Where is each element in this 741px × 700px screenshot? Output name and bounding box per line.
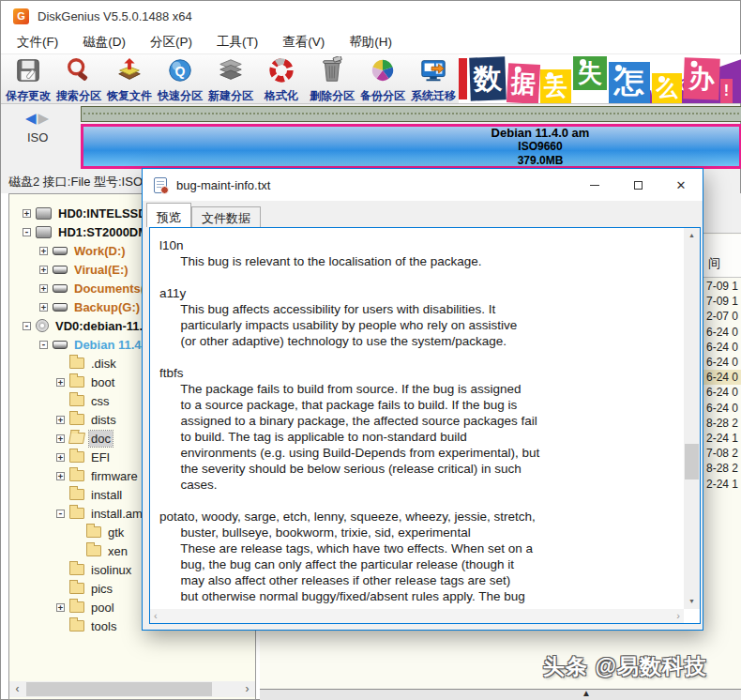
minimize-button[interactable]	[573, 169, 616, 201]
menu-item-0[interactable]: 文件(F)	[5, 31, 70, 53]
toolbar-button-1[interactable]: 搜索分区	[53, 56, 104, 103]
expand-icon[interactable]: +	[39, 247, 48, 255]
toolbar-button-label: 搜索分区	[56, 88, 101, 104]
tree-item-doc[interactable]: +doc	[56, 429, 113, 448]
toolbar-button-8[interactable]: 系统迁移	[408, 56, 459, 103]
tree-item-efi[interactable]: +EFI	[56, 448, 112, 466]
tree-item-debian-11-4-0[interactable]: -Debian 11.4.0	[39, 335, 153, 354]
expand-icon[interactable]: +	[56, 472, 65, 480]
toolbar-button-5[interactable]: 格式化	[256, 56, 307, 103]
svg-text:Q: Q	[175, 64, 186, 79]
toolbar-button-6[interactable]: 删除分区	[307, 56, 357, 103]
menu-bar: 文件(F)磁盘(D)分区(P)工具(T)查看(V)帮助(H)	[1, 31, 740, 53]
expand-icon[interactable]: +	[56, 378, 65, 387]
tree-item-vd0-debian-11-4[interactable]: -VD0:debian-11.4	[23, 316, 151, 335]
tree-item-boot[interactable]: +boot	[56, 373, 116, 391]
tree-item-virual-e-[interactable]: +Virual(E:)	[39, 260, 130, 279]
expand-icon[interactable]: +	[39, 303, 48, 312]
tree-item-pool[interactable]: +pool	[56, 598, 116, 616]
forward-arrow-icon[interactable]: ▶	[38, 110, 52, 126]
dialog-title-bar: bug-maint-info.txt ✕	[143, 169, 703, 201]
tag-hole	[615, 65, 622, 71]
tree-item-pics[interactable]: pics	[56, 579, 114, 598]
folder-icon	[69, 601, 84, 613]
tree-item-install-amd[interactable]: -install.amd	[56, 504, 151, 523]
maximize-button[interactable]	[616, 169, 659, 201]
collapse-icon[interactable]: -	[39, 341, 48, 349]
tab-file-data[interactable]: 文件数据	[191, 206, 261, 227]
scroll-right-icon[interactable]: ›	[676, 609, 680, 623]
bottom-scroll-strip[interactable]: ▲	[260, 690, 741, 700]
toolbar-button-0[interactable]: 保存更改	[3, 56, 53, 103]
toolbar-button-label: 格式化	[265, 88, 298, 104]
tree-item-label: EFI	[89, 449, 112, 465]
tree-item-css[interactable]: css	[56, 391, 112, 410]
preview-horizontal-scrollbar[interactable]: ‹ ›	[150, 609, 684, 623]
toolbar-button-7[interactable]: 备份分区	[357, 56, 408, 103]
tree-horizontal-scrollbar[interactable]: ‹ ›	[9, 681, 255, 697]
scroll-up-icon[interactable]: ▲	[684, 228, 700, 243]
tree-item-hd1-st2000dm0[interactable]: -HD1:ST2000DM0	[23, 222, 157, 241]
partition-icon	[53, 303, 68, 312]
expand-icon[interactable]: +	[56, 603, 65, 612]
tree-item-isolinux[interactable]: isolinux	[56, 560, 133, 579]
text-line: The package fails to build from source. …	[159, 381, 673, 397]
toolbar-button-3[interactable]: Q快速分区	[155, 56, 205, 103]
preview-vertical-scrollbar[interactable]: ▲ ▼	[684, 228, 700, 609]
scroll-left-icon[interactable]: ‹	[9, 681, 25, 697]
disk-overview-bar[interactable]	[81, 106, 741, 122]
tree-item-dists[interactable]: +dists	[56, 410, 118, 429]
expand-icon[interactable]: +	[39, 284, 48, 293]
banner-tag-7: !	[720, 79, 733, 103]
cd-icon	[36, 319, 49, 332]
tag-hole	[658, 76, 665, 83]
scroll-up-icon[interactable]: ▲	[582, 688, 591, 698]
tree-item-documents-f[interactable]: +Documents(F	[39, 279, 154, 297]
folder-icon	[69, 583, 84, 594]
tree-item-tools[interactable]: tools	[56, 616, 118, 635]
scroll-left-icon[interactable]: ‹	[154, 609, 158, 623]
collapse-icon[interactable]: -	[23, 228, 31, 236]
file-modified-time: 6-24 0	[706, 355, 738, 370]
text-line: assigned to a binary package, the affect…	[159, 413, 673, 429]
tree-item-xen[interactable]: xen	[73, 541, 129, 560]
maximize-icon	[634, 181, 643, 190]
tree-item-backup-g-[interactable]: +Backup(G:)	[39, 297, 142, 316]
expand-icon[interactable]: +	[56, 453, 65, 462]
menu-item-5[interactable]: 帮助(H)	[337, 31, 404, 53]
back-arrow-icon[interactable]: ◀	[25, 110, 38, 126]
tag-hole	[580, 59, 586, 66]
collapse-icon[interactable]: -	[23, 322, 31, 330]
collapse-icon[interactable]: -	[56, 510, 65, 518]
tree-item--disk[interactable]: .disk	[56, 354, 118, 373]
scroll-down-icon[interactable]: ▼	[684, 594, 700, 609]
tree-item-work-d-[interactable]: +Work(D:)	[39, 241, 128, 260]
tree-item-hd0-intelssdp[interactable]: +HD0:INTELSSDP	[23, 204, 157, 222]
file-preview-dialog: bug-maint-info.txt ✕ 预览文件数据 l10n This bu…	[142, 168, 703, 631]
toolbar-button-4[interactable]: 新建分区	[205, 56, 256, 103]
menu-item-2[interactable]: 分区(P)	[138, 31, 204, 53]
toolbar-button-label: 系统迁移	[411, 88, 456, 104]
tree-item-firmware[interactable]: +firmware	[56, 466, 140, 485]
tree-item-gtk[interactable]: gtk	[73, 523, 126, 541]
scroll-right-icon[interactable]: ›	[239, 681, 255, 697]
text-line: cases.	[159, 477, 673, 493]
expand-icon[interactable]: +	[56, 416, 65, 424]
toolbar-button-2[interactable]: 恢复文件	[104, 56, 155, 103]
partition-bar-selected[interactable]	[81, 124, 741, 169]
tree-item-install[interactable]: install	[56, 485, 124, 504]
expand-icon[interactable]: +	[56, 434, 65, 443]
scrollbar-thumb[interactable]	[685, 444, 699, 479]
file-modified-time: 6-24 0	[706, 401, 738, 416]
tree-item-label: isolinux	[89, 562, 133, 578]
expand-icon[interactable]: +	[23, 209, 31, 218]
text-line: bug, the bug can only affect the particu…	[159, 556, 673, 572]
menu-item-3[interactable]: 工具(T)	[204, 31, 270, 53]
toolbar-button-label: 快速分区	[158, 88, 203, 104]
tab-preview[interactable]: 预览	[146, 203, 191, 227]
menu-item-1[interactable]: 磁盘(D)	[70, 31, 138, 53]
menu-item-4[interactable]: 查看(V)	[270, 31, 337, 53]
expand-icon[interactable]: +	[39, 266, 48, 274]
scrollbar-thumb[interactable]	[26, 682, 212, 696]
close-button[interactable]: ✕	[659, 169, 703, 201]
